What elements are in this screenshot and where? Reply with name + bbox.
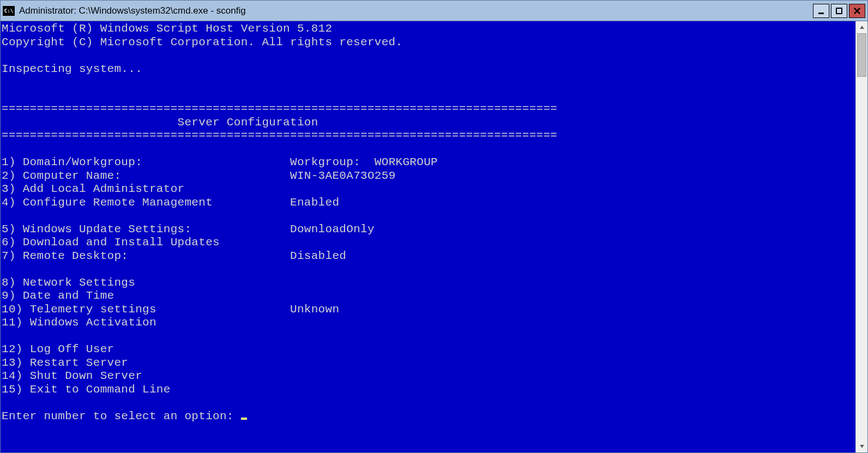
- svg-marker-4: [860, 26, 864, 29]
- cursor: [241, 418, 247, 420]
- menu-item-6: 6) Download and Install Updates: [2, 236, 220, 249]
- menu-item-15: 15) Exit to Command Line: [2, 383, 171, 396]
- titlebar[interactable]: C:\ Administrator: C:\Windows\system32\c…: [1, 1, 867, 21]
- divider-bottom: ========================================…: [2, 129, 557, 142]
- window-controls: [813, 4, 865, 18]
- menu-item-1: 1) Domain/Workgroup: Workgroup: WORKGROU…: [2, 156, 438, 168]
- menu-item-8: 8) Network Settings: [2, 276, 135, 289]
- menu-item-10: 10) Telemetry settings Unknown: [2, 303, 339, 316]
- prompt-line[interactable]: Enter number to select an option:: [2, 410, 247, 422]
- svg-rect-0: [818, 13, 824, 14]
- scroll-thumb[interactable]: [857, 33, 866, 77]
- header-line-2: Copyright (C) Microsoft Corporation. All…: [2, 36, 402, 49]
- config-title: Server Configuration: [2, 116, 318, 129]
- menu-item-3: 3) Add Local Administrator: [2, 183, 184, 195]
- menu-item-5: 5) Windows Update Settings: DownloadOnly: [2, 223, 375, 235]
- menu-item-13: 13) Restart Server: [2, 357, 128, 369]
- menu-item-4: 4) Configure Remote Management Enabled: [2, 196, 339, 209]
- console-output[interactable]: Microsoft (R) Windows Script Host Versio…: [1, 21, 855, 452]
- console-area: Microsoft (R) Windows Script Host Versio…: [1, 21, 867, 452]
- header-line-1: Microsoft (R) Windows Script Host Versio…: [2, 22, 332, 35]
- window-title: Administrator: C:\Windows\system32\cmd.e…: [19, 5, 813, 16]
- scroll-up-button[interactable]: [856, 21, 867, 33]
- menu-item-12: 12) Log Off User: [2, 343, 114, 355]
- divider-top: ========================================…: [2, 102, 557, 115]
- minimize-button[interactable]: [813, 4, 829, 18]
- scrollbar[interactable]: [855, 21, 867, 452]
- menu-item-9: 9) Date and Time: [2, 289, 114, 302]
- inspecting-line: Inspecting system...: [2, 63, 142, 75]
- svg-rect-1: [836, 8, 842, 14]
- menu-item-14: 14) Shut Down Server: [2, 370, 142, 382]
- cmd-icon: C:\: [3, 6, 15, 16]
- cmd-window: C:\ Administrator: C:\Windows\system32\c…: [0, 0, 868, 453]
- scroll-track[interactable]: [856, 33, 867, 440]
- menu-item-7: 7) Remote Desktop: Disabled: [2, 250, 346, 262]
- maximize-button[interactable]: [831, 4, 847, 18]
- svg-marker-5: [860, 445, 864, 448]
- menu-item-11: 11) Windows Activation: [2, 316, 156, 329]
- close-button[interactable]: [849, 4, 865, 18]
- scroll-down-button[interactable]: [856, 440, 867, 452]
- menu-item-2: 2) Computer Name: WIN-3AE0A73O259: [2, 170, 396, 182]
